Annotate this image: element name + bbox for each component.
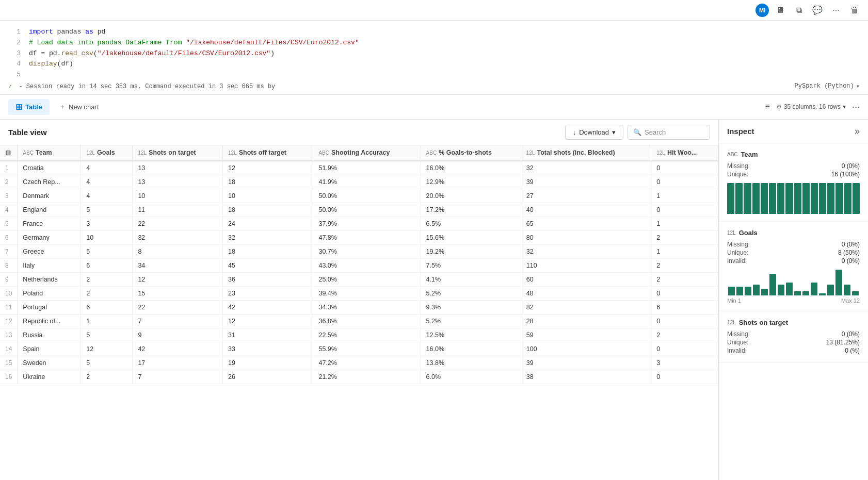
table-row: 11Portugal6224234.3%9.3%826: [0, 300, 718, 314]
search-placeholder: Search: [645, 128, 666, 136]
goals-bar: [745, 287, 751, 295]
col-header-total-shots[interactable]: 12LTotal shots (inc. Blocked): [521, 145, 651, 161]
mini-bar: [769, 183, 776, 214]
comment-icon[interactable]: 💬: [810, 3, 825, 18]
team-mini-chart: [727, 183, 860, 214]
shots-invalid-label: Invalid:: [727, 347, 747, 354]
tab-right-actions: ≡ ⚙ 35 columns, 16 rows ▾ ···: [765, 102, 860, 112]
goals-missing-val: 0 (0%): [842, 241, 860, 248]
mini-bar: [727, 183, 734, 214]
mini-bar: [735, 183, 743, 214]
cols-rows-selector[interactable]: ⚙ 35 columns, 16 rows ▾: [776, 103, 846, 110]
mini-bar: [777, 183, 784, 214]
mini-bar: [844, 183, 851, 214]
table-actions: ↓ Download ▾ 🔍 Search: [565, 125, 710, 140]
mini-bar: [819, 183, 826, 214]
col-header-goals[interactable]: 12LGoals: [81, 145, 133, 161]
code-line-5: 5: [8, 70, 860, 80]
col-header-team[interactable]: ABCTeam: [18, 145, 81, 161]
col-header-hit-wood[interactable]: 12LHit Woo...: [651, 145, 718, 161]
table-row: 7Greece581830.7%19.2%321: [0, 244, 718, 258]
data-table-wrapper[interactable]: ⊟ ABCTeam 12LGoals 12LShots on target 12: [0, 145, 718, 480]
goals-invalid-row: Invalid: 0 (0%): [727, 257, 860, 264]
settings-icon: ⚙: [776, 103, 782, 110]
monitor-icon[interactable]: 🖥: [773, 3, 787, 18]
search-box[interactable]: 🔍 Search: [628, 125, 710, 140]
chevron-down-icon: ▾: [612, 128, 616, 136]
team-missing-label: Missing:: [727, 162, 750, 170]
goals-unique-label: Unique:: [727, 249, 748, 256]
code-line-4: 4 display(df): [8, 59, 860, 70]
mini-bar: [811, 183, 818, 214]
status-text: - Session ready in 14 sec 353 ms. Comman…: [19, 83, 275, 90]
col-header-shots-off-target[interactable]: 12LShots off target: [222, 145, 313, 161]
col-header-goals-to-shots[interactable]: ABC% Goals-to-shots: [421, 145, 521, 161]
col-header-rownum: ⊟: [0, 145, 18, 161]
table-row: 2Czech Rep...4131841.9%12.9%390: [0, 175, 718, 189]
goals-bar: [811, 283, 817, 295]
goals-invalid-val: 0 (0%): [842, 257, 860, 264]
status-bar: ✓ - Session ready in 14 sec 353 ms. Comm…: [0, 80, 868, 90]
goals-min-label: Min 1: [727, 297, 741, 304]
goals-bar: [794, 291, 801, 295]
team-missing-row: Missing: 0 (0%): [727, 162, 860, 170]
goals-invalid-label: Invalid:: [727, 257, 747, 264]
mini-bar: [835, 183, 843, 214]
table-row: 1Croatia4131251.9%16.0%320: [0, 161, 718, 175]
goals-missing-row: Missing: 0 (0%): [727, 241, 860, 248]
table-row: 5France3222437.9%6.5%651: [0, 217, 718, 230]
shots-missing-label: Missing:: [727, 330, 750, 338]
tab-table[interactable]: ⊞ Table: [8, 99, 50, 115]
table-row: 13Russia593122.5%12.5%592: [0, 328, 718, 342]
more-icon[interactable]: ···: [829, 3, 843, 18]
shots-unique-label: Unique:: [727, 339, 748, 346]
trash-icon[interactable]: 🗑: [847, 3, 862, 18]
goals-bar: [761, 289, 768, 295]
avatar: Mi: [756, 4, 769, 17]
copy-icon[interactable]: ⧉: [792, 3, 806, 18]
download-button[interactable]: ↓ Download ▾: [565, 125, 623, 140]
shots-invalid-val: 0 (%): [845, 347, 860, 354]
table-row: 14Spain12423355.9%16.0%1000: [0, 342, 718, 356]
new-chart-label: New chart: [69, 103, 99, 111]
goals-bar: [835, 270, 842, 295]
new-chart-button[interactable]: ＋ New chart: [52, 99, 106, 114]
goals-bar: [778, 285, 784, 295]
shots-unique-val: 13 (81.25%): [826, 339, 860, 346]
chevron-down-icon: ▾: [856, 82, 860, 90]
team-col-name: Team: [741, 151, 758, 158]
shots-col-name: Shots on target: [739, 319, 788, 326]
data-table: ⊟ ABCTeam 12LGoals 12LShots on target 12: [0, 145, 718, 384]
grid-icon: ⊟: [5, 150, 11, 157]
goals-unique-val: 8 (50%): [838, 249, 860, 256]
table-row: 6Germany10323247.8%15.6%802: [0, 230, 718, 244]
shots-invalid-row: Invalid: 0 (%): [727, 347, 860, 354]
shots-missing-row: Missing: 0 (0%): [727, 330, 860, 338]
mini-bar: [827, 183, 834, 214]
col-header-shooting-accuracy[interactable]: ABCShooting Accuracy: [313, 145, 421, 161]
filter-icon[interactable]: ≡: [765, 102, 770, 111]
goals-bar: [769, 274, 776, 295]
table-header: ⊟ ABCTeam 12LGoals 12LShots on target 12: [0, 145, 718, 161]
expand-icon[interactable]: »: [855, 126, 860, 137]
table-header-bar: Table view ↓ Download ▾ 🔍 Search: [0, 120, 718, 145]
col-header-shots-on-target[interactable]: 12LShots on target: [133, 145, 223, 161]
inspect-card-goals: 12L Goals Missing: 0 (0%) Unique: 8 (50%…: [719, 222, 868, 311]
mini-bar: [785, 183, 793, 214]
goals-max-label: Max 12: [841, 297, 860, 304]
mini-bar: [761, 183, 768, 214]
status-check-icon: ✓: [8, 83, 12, 90]
shots-unique-row: Unique: 13 (81.25%): [727, 339, 860, 346]
goals-mini-chart: [727, 270, 860, 295]
mini-bar: [802, 183, 810, 214]
inspect-panel: Inspect » ABC Team Missing: 0 (0%) Uniqu…: [718, 120, 868, 480]
tab-table-label: Table: [25, 103, 42, 111]
goals-bar: [819, 293, 826, 295]
goals-min-max: Min 1 Max 12: [727, 297, 860, 304]
more-options-button[interactable]: ···: [852, 102, 860, 112]
team-unique-val: 16 (100%): [831, 171, 860, 178]
table-row: 16Ukraine272621.2%6.0%380: [0, 370, 718, 384]
main-content: Table view ↓ Download ▾ 🔍 Search ⊟: [0, 120, 868, 480]
pyspark-selector[interactable]: PySpark (Python) ▾: [795, 82, 860, 90]
table-row: 3Denmark4101050.0%20.0%271: [0, 189, 718, 203]
